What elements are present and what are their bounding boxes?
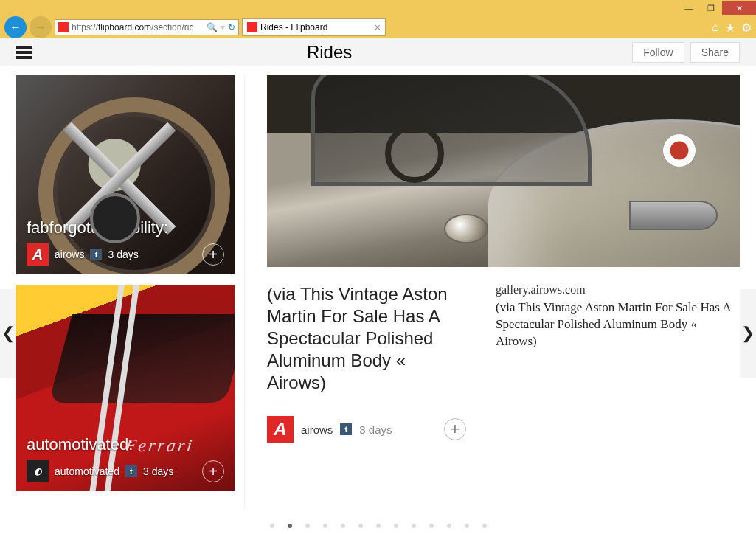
add-icon[interactable]: + — [202, 460, 224, 482]
window-minimize-button[interactable]: — — [678, 1, 700, 15]
page-dot[interactable] — [323, 524, 327, 528]
page-dot[interactable] — [482, 524, 487, 528]
browser-tab[interactable]: Rides - Flipboard × — [242, 18, 386, 36]
tab-strip: Rides - Flipboard × — [242, 18, 386, 37]
card-meta: ◐ automotivated t 3 days — [27, 460, 173, 482]
page-dot[interactable] — [429, 524, 434, 528]
settings-gear-icon[interactable]: ⚙ — [741, 21, 752, 35]
tumblr-icon: t — [125, 465, 137, 477]
favorites-icon[interactable]: ★ — [725, 21, 735, 35]
app-header: Rides Follow Share — [0, 38, 756, 66]
menu-icon[interactable] — [16, 44, 32, 61]
follow-button[interactable]: Follow — [632, 42, 684, 63]
tumblr-icon: t — [340, 423, 352, 435]
refresh-icon[interactable]: ↻ — [228, 22, 235, 32]
page-title: Rides — [32, 42, 626, 63]
article-meta: A airows t 3 days + — [267, 416, 466, 443]
avatar: A — [267, 416, 294, 443]
card-title: automotivated: — [27, 435, 133, 454]
tab-favicon — [247, 22, 257, 32]
tab-title: Rides - Flipboard — [260, 22, 327, 32]
browser-toolbar: ← → https://flipboard.com/section/ric 🔍 … — [0, 16, 756, 38]
window-titlebar: — ❐ ✕ — [0, 0, 756, 16]
page: Rides Follow Share fabforgottennobility:… — [0, 38, 756, 534]
window-restore-button[interactable]: ❐ — [700, 1, 722, 15]
add-icon[interactable]: + — [202, 243, 224, 266]
card-meta: A airows t 3 days — [27, 243, 139, 266]
tumblr-icon: t — [90, 249, 102, 260]
back-button[interactable]: ← — [4, 16, 27, 38]
site-favicon — [58, 22, 69, 32]
card-age: 3 days — [143, 465, 173, 477]
next-page-button[interactable]: ❯ — [740, 289, 756, 378]
article-source[interactable]: gallery.airows.com — [496, 283, 740, 297]
page-dot[interactable] — [305, 524, 310, 528]
article-headline[interactable]: (via This Vintage Aston Martin For Sale … — [267, 283, 466, 394]
card-author: airows — [55, 249, 84, 260]
page-dot[interactable] — [270, 524, 274, 528]
avatar: A — [27, 243, 49, 266]
card-title: fabforgottennobility: — [27, 218, 168, 237]
article-excerpt: (via This Vintage Aston Martin For Sale … — [496, 299, 740, 350]
left-column: fabforgottennobility: A airows t 3 days … — [16, 75, 245, 509]
story-card[interactable]: Ferrari automotivated: ◐ automotivated t… — [16, 285, 235, 491]
page-dot[interactable] — [412, 524, 416, 528]
search-icon[interactable]: 🔍 — [207, 22, 218, 32]
page-dot[interactable] — [394, 524, 398, 528]
url-text: https://flipboard.com/section/ric — [72, 22, 193, 32]
add-icon[interactable]: + — [444, 418, 466, 440]
page-dot[interactable] — [288, 524, 292, 528]
card-age: 3 days — [108, 249, 138, 260]
share-button[interactable]: Share — [690, 42, 740, 63]
page-dot[interactable] — [465, 524, 469, 528]
avatar: ◐ — [27, 460, 49, 482]
article-age: 3 days — [359, 423, 392, 436]
car-badge-text: Ferrari — [124, 436, 195, 456]
story-card[interactable]: fabforgottennobility: A airows t 3 days … — [16, 75, 235, 274]
hero-image[interactable] — [267, 75, 740, 267]
address-bar[interactable]: https://flipboard.com/section/ric 🔍 ▾ ↻ — [55, 19, 239, 35]
article-author: airows — [301, 423, 333, 436]
page-dot[interactable] — [376, 524, 381, 528]
page-dot[interactable] — [341, 524, 345, 528]
window-close-button[interactable]: ✕ — [722, 1, 756, 15]
page-indicator — [0, 524, 756, 528]
card-author: automotivated — [55, 465, 119, 477]
page-dot[interactable] — [358, 524, 363, 528]
page-dot[interactable] — [447, 524, 451, 528]
prev-page-button[interactable]: ❮ — [0, 289, 16, 378]
tab-close-icon[interactable]: × — [375, 21, 381, 33]
home-icon[interactable]: ⌂ — [712, 21, 719, 35]
content-area: fabforgottennobility: A airows t 3 days … — [0, 66, 756, 509]
forward-button: → — [30, 16, 52, 38]
main-column: (via This Vintage Aston Martin For Sale … — [267, 75, 740, 509]
